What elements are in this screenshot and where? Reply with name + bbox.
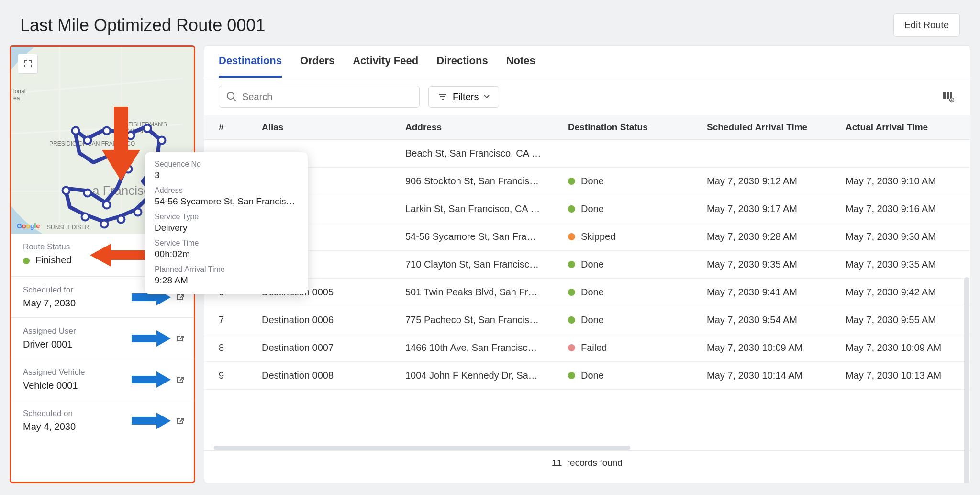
table-body[interactable]: Beach St, San Francisco, CA …n 0001906 S… bbox=[204, 140, 970, 445]
destinations-panel: Destinations Orders Activity Feed Direct… bbox=[204, 45, 970, 483]
cell-address: 1004 John F Kennedy Dr, Sa… bbox=[405, 370, 568, 381]
map-attribution: Google bbox=[17, 222, 40, 230]
search-box[interactable] bbox=[219, 86, 420, 108]
tab-notes[interactable]: Notes bbox=[506, 55, 535, 78]
columns-settings-button[interactable] bbox=[941, 90, 956, 104]
horizontal-scrollbar[interactable] bbox=[214, 445, 960, 450]
cell-scheduled: May 7, 2030 9:28 AM bbox=[707, 231, 846, 242]
cell-actual: May 7, 2030 9:10 AM bbox=[846, 176, 970, 187]
status-text: Skipped bbox=[581, 231, 615, 242]
popover-service-type-label: Service Type bbox=[155, 213, 298, 221]
tab-activity-feed[interactable]: Activity Feed bbox=[353, 55, 418, 78]
status-text: Done bbox=[581, 259, 604, 270]
status-text: Failed bbox=[581, 342, 607, 353]
table-row[interactable]: 9Destination 00081004 John F Kennedy Dr,… bbox=[204, 362, 970, 390]
cell-address: 775 Pacheco St, San Francis… bbox=[405, 315, 568, 326]
toolbar: Filters bbox=[204, 78, 970, 115]
col-status[interactable]: Destination Status bbox=[568, 122, 707, 133]
table-row[interactable]: n 000354-56 Sycamore St, San Fra…Skipped… bbox=[204, 223, 970, 251]
cell-status: Skipped bbox=[568, 231, 707, 242]
status-text: Done bbox=[581, 203, 604, 214]
col-alias[interactable]: Alias bbox=[262, 122, 405, 133]
scheduled-on-block: Scheduled on May 4, 2030 bbox=[11, 400, 194, 441]
status-dot-icon bbox=[568, 233, 575, 240]
tab-orders[interactable]: Orders bbox=[300, 55, 334, 78]
table-row[interactable]: Beach St, San Francisco, CA … bbox=[204, 140, 970, 168]
open-scheduled-on-button[interactable] bbox=[175, 416, 185, 426]
popover-service-time-value: 00h:02m bbox=[155, 249, 298, 259]
annotation-arrow-right-icon bbox=[132, 330, 171, 347]
cell-actual: May 7, 2030 9:55 AM bbox=[846, 315, 970, 326]
popover-service-time-label: Service Time bbox=[155, 239, 298, 248]
annotation-arrow-right-icon bbox=[132, 371, 171, 388]
open-user-button[interactable] bbox=[175, 333, 185, 344]
col-scheduled[interactable]: Scheduled Arrival Time bbox=[707, 122, 846, 133]
table-row[interactable]: 8Destination 00071466 10th Ave, San Fran… bbox=[204, 334, 970, 362]
cell-scheduled: May 7, 2030 9:12 AM bbox=[707, 176, 846, 187]
open-vehicle-button[interactable] bbox=[175, 374, 185, 385]
cell-actual: May 7, 2030 9:30 AM bbox=[846, 231, 970, 242]
destinations-table: # Alias Address Destination Status Sched… bbox=[204, 115, 970, 483]
filter-icon bbox=[437, 91, 448, 102]
status-dot-icon bbox=[568, 372, 575, 379]
cell-actual: May 7, 2030 9:16 AM bbox=[846, 203, 970, 214]
popover-planned-arrival-label: Planned Arrival Time bbox=[155, 265, 298, 274]
svg-rect-1 bbox=[947, 92, 949, 99]
popover-service-type-value: Delivery bbox=[155, 223, 298, 233]
cell-address: 1466 10th Ave, San Francisc… bbox=[405, 342, 568, 353]
filters-button[interactable]: Filters bbox=[428, 86, 499, 108]
status-dot-icon bbox=[568, 289, 575, 296]
cell-num: 8 bbox=[214, 342, 262, 353]
status-text: Done bbox=[581, 287, 604, 298]
cell-status: Done bbox=[568, 287, 707, 298]
table-row[interactable]: n 0004710 Clayton St, San Francisc…DoneM… bbox=[204, 251, 970, 279]
annotation-arrow-down-icon bbox=[102, 107, 140, 181]
status-text: Done bbox=[581, 370, 604, 381]
record-count: 11 bbox=[552, 458, 562, 468]
destination-popover: Sequence No 3 Address 54-56 Sycamore St,… bbox=[145, 152, 308, 294]
tab-directions[interactable]: Directions bbox=[436, 55, 488, 78]
external-link-icon bbox=[175, 374, 185, 385]
cell-scheduled: May 7, 2030 10:14 AM bbox=[707, 370, 846, 381]
col-address[interactable]: Address bbox=[405, 122, 568, 133]
cell-actual: May 7, 2030 10:09 AM bbox=[846, 342, 970, 353]
status-dot-icon bbox=[568, 178, 575, 185]
status-dot-icon bbox=[568, 205, 575, 213]
expand-map-button[interactable] bbox=[18, 54, 38, 74]
page-title: Last Mile Optimized Route 0001 bbox=[20, 15, 265, 35]
columns-icon bbox=[942, 90, 955, 103]
popover-address-label: Address bbox=[155, 186, 298, 195]
cell-address: 54-56 Sycamore St, San Fra… bbox=[405, 231, 568, 242]
edit-route-button[interactable]: Edit Route bbox=[893, 13, 960, 37]
cell-status: Done bbox=[568, 176, 707, 187]
cell-status: Failed bbox=[568, 342, 707, 353]
search-input[interactable] bbox=[242, 91, 412, 102]
status-dot-icon bbox=[23, 258, 30, 264]
table-row[interactable]: 6Destination 0005501 Twin Peaks Blvd, Sa… bbox=[204, 279, 970, 306]
status-dot-icon bbox=[568, 344, 575, 351]
expand-icon bbox=[23, 59, 33, 68]
cell-scheduled: May 7, 2030 9:17 AM bbox=[707, 203, 846, 214]
cell-actual: May 7, 2030 9:42 AM bbox=[846, 287, 970, 298]
cell-scheduled: May 7, 2030 10:09 AM bbox=[707, 342, 846, 353]
popover-planned-arrival-value: 9:28 AM bbox=[155, 275, 298, 286]
col-actual[interactable]: Actual Arrival Time bbox=[846, 122, 970, 133]
record-suffix: records found bbox=[567, 458, 623, 468]
cell-scheduled: May 7, 2030 9:41 AM bbox=[707, 287, 846, 298]
col-num[interactable]: # bbox=[214, 122, 262, 133]
cell-num: 7 bbox=[214, 315, 262, 326]
vertical-scrollbar[interactable] bbox=[964, 277, 969, 483]
table-footer: 11 records found bbox=[204, 450, 970, 478]
table-row[interactable]: n 0001906 Stockton St, San Francis…DoneM… bbox=[204, 168, 970, 195]
chevron-down-icon bbox=[483, 93, 490, 100]
popover-address-value: 54-56 Sycamore St, San Francis… bbox=[155, 196, 298, 207]
popover-sequence-label: Sequence No bbox=[155, 160, 298, 169]
table-row[interactable]: 7Destination 0006775 Pacheco St, San Fra… bbox=[204, 306, 970, 334]
table-row[interactable]: n 0002Larkin St, San Francisco, CA …Done… bbox=[204, 195, 970, 223]
assigned-vehicle-block: Assigned Vehicle Vehicle 0001 bbox=[11, 359, 194, 400]
cell-address: Larkin St, San Francisco, CA … bbox=[405, 203, 568, 214]
popover-sequence-value: 3 bbox=[155, 170, 298, 180]
tab-destinations[interactable]: Destinations bbox=[219, 55, 282, 78]
external-link-icon bbox=[175, 333, 185, 344]
cell-alias: Destination 0006 bbox=[262, 315, 405, 326]
